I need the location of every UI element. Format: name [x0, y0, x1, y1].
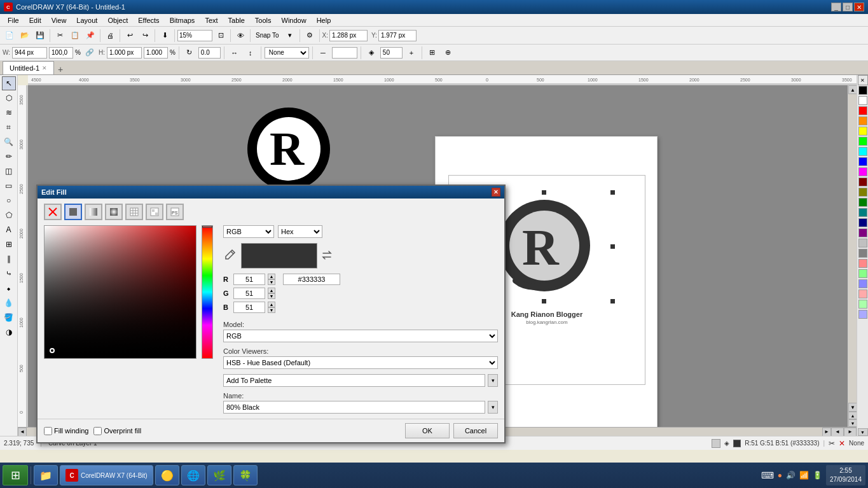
add-palette-dropdown-btn[interactable]: ▾	[488, 374, 498, 387]
b-up-btn[interactable]: ▲	[268, 302, 275, 307]
no-color-swatch[interactable]: ✕	[858, 75, 868, 85]
taskbar-app2[interactable]: 🌿	[207, 465, 231, 485]
undo-btn[interactable]: ↩	[123, 29, 137, 43]
menu-effects[interactable]: Effects	[133, 15, 164, 25]
dropper-tool[interactable]: 💧	[2, 296, 16, 310]
freehand-tool[interactable]: ✏	[2, 150, 16, 164]
postscript-fill-btn[interactable]: PS	[166, 204, 184, 220]
width-pct[interactable]	[49, 47, 73, 59]
menu-text[interactable]: Text	[200, 15, 223, 25]
scroll-left-btn[interactable]: ◄	[18, 428, 27, 436]
b-input[interactable]	[233, 302, 265, 313]
palette-pink[interactable]	[858, 259, 867, 268]
menu-table[interactable]: Table	[223, 15, 250, 25]
spin1-input[interactable]	[380, 47, 403, 59]
zoom-fit-btn[interactable]: ⊡	[214, 29, 228, 43]
page-nav-next[interactable]: ►	[844, 428, 857, 436]
palette-lavender[interactable]	[858, 310, 867, 319]
scroll-right-btn[interactable]: ►	[822, 428, 831, 436]
taskbar-app1[interactable]: 🟡	[155, 465, 179, 485]
right-scrollbar[interactable]: ▲ ▼ ▲ ▼	[848, 85, 857, 427]
taskbar-chrome[interactable]: 🌐	[181, 465, 205, 485]
overprint-fill-label[interactable]: Overprint fill	[93, 427, 141, 435]
no-fill-btn[interactable]	[44, 204, 62, 220]
table-tool[interactable]: ⊞	[2, 237, 16, 251]
hex-input[interactable]	[283, 274, 340, 285]
fill-tool[interactable]: 🪣	[2, 310, 16, 324]
r-up-btn[interactable]: ▲	[268, 274, 275, 279]
palette-lightblue[interactable]	[858, 279, 867, 288]
palette-teal[interactable]	[858, 208, 867, 217]
save-btn[interactable]: 💾	[33, 29, 47, 43]
print-btn[interactable]: 🖨	[103, 29, 117, 43]
r-input[interactable]	[233, 274, 265, 285]
page-nav-prev[interactable]: ◄	[831, 428, 844, 436]
view-btn[interactable]: 👁	[233, 29, 247, 43]
expand-btn[interactable]: ⊕	[441, 46, 455, 60]
redo-btn[interactable]: ↪	[138, 29, 152, 43]
snap-dropdown-arrow[interactable]: ▾	[283, 29, 297, 43]
document-tab[interactable]: Untitled-1 ✕	[3, 61, 54, 74]
select-tool[interactable]: ↖	[2, 76, 16, 90]
scroll-down-btn[interactable]: ▼	[848, 403, 857, 412]
palette-magenta[interactable]	[858, 167, 867, 176]
outline-btn[interactable]: ─	[316, 46, 330, 60]
plus-btn[interactable]: +	[404, 46, 418, 60]
radial-fill-btn[interactable]	[105, 204, 123, 220]
start-button[interactable]: ⊞	[3, 465, 28, 485]
texture-fill-btn[interactable]	[125, 204, 143, 220]
palette-navy[interactable]	[858, 218, 867, 227]
x-input[interactable]	[329, 30, 368, 41]
open-btn[interactable]: 📂	[18, 29, 32, 43]
blend-tool[interactable]: ⬥	[2, 281, 16, 295]
color-model-select[interactable]: RGB CMYK HSB	[223, 225, 274, 238]
paste-btn[interactable]: 📌	[83, 29, 97, 43]
cancel-button[interactable]: Cancel	[453, 423, 498, 438]
swap-colors-btn[interactable]	[321, 249, 333, 263]
rectangle-tool[interactable]: ▭	[2, 179, 16, 193]
dialog-close-btn[interactable]: ✕	[492, 188, 500, 197]
mirror-v-btn[interactable]: ↕	[244, 46, 258, 60]
palette-yellow[interactable]	[858, 127, 867, 136]
y-input[interactable]	[378, 30, 417, 41]
palette-blue[interactable]	[858, 157, 867, 166]
palette-salmon[interactable]	[858, 289, 867, 298]
window-controls[interactable]: _ □ ✕	[831, 3, 864, 11]
name-input[interactable]	[223, 401, 485, 414]
palette-cyan[interactable]	[858, 147, 867, 156]
ellipse-tool[interactable]: ○	[2, 193, 16, 207]
g-input[interactable]	[233, 288, 265, 299]
height-input[interactable]	[107, 47, 142, 59]
menu-help[interactable]: Help	[312, 15, 336, 25]
options-btn[interactable]: ⚙	[303, 29, 317, 43]
b-spinner[interactable]: ▲ ▼	[268, 302, 275, 313]
palette-red[interactable]	[858, 106, 867, 115]
menu-window[interactable]: Window	[277, 15, 312, 25]
palette-green[interactable]	[858, 137, 867, 146]
palette-silver[interactable]	[858, 239, 867, 247]
palette-mint[interactable]	[858, 300, 867, 309]
palette-up-btn[interactable]: ▲	[848, 412, 857, 419]
palette-lightgreen[interactable]	[858, 269, 867, 278]
menu-tools[interactable]: Tools	[250, 15, 277, 25]
palette-purple[interactable]	[858, 228, 867, 237]
taskbar-app3[interactable]: 🍀	[233, 465, 258, 485]
close-btn[interactable]: ✕	[854, 3, 864, 11]
hue-strip[interactable]	[202, 225, 213, 359]
taskbar-explorer[interactable]: 📁	[34, 465, 58, 485]
model-select[interactable]: RGB CMYK HSB	[223, 330, 498, 342]
ok-button[interactable]: OK	[405, 423, 450, 438]
new-tab-btn[interactable]: +	[54, 64, 67, 74]
overprint-fill-checkbox[interactable]	[93, 427, 102, 435]
height-pct[interactable]	[144, 47, 168, 59]
menu-layout[interactable]: Layout	[71, 15, 102, 25]
g-up-btn[interactable]: ▲	[268, 288, 275, 293]
copy-btn[interactable]: 📋	[68, 29, 82, 43]
add-palette-input[interactable]	[223, 374, 485, 387]
name-dropdown-btn[interactable]: ▾	[488, 401, 498, 414]
text-tool[interactable]: A	[2, 223, 16, 237]
cut-btn[interactable]: ✂	[53, 29, 67, 43]
menu-file[interactable]: File	[3, 15, 24, 25]
minimize-btn[interactable]: _	[831, 3, 841, 11]
fill-winding-checkbox[interactable]	[44, 427, 52, 435]
